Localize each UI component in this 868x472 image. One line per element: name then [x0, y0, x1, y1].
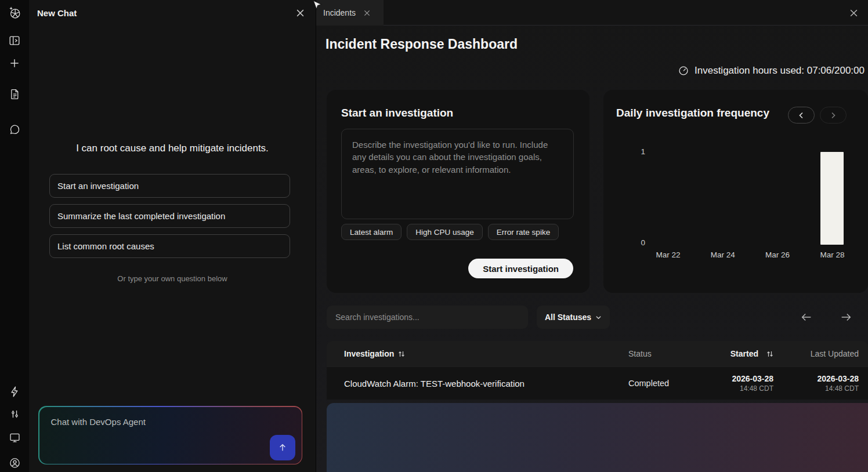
chart-slot — [791, 152, 819, 245]
investigation-hours: Investigation hours used: 07:06/200:00 — [678, 65, 865, 77]
row-status: Completed — [628, 379, 715, 388]
bottom-gradient-panel — [327, 403, 868, 472]
row-started-date: 2026-03-28 — [715, 374, 773, 383]
quick-prompt-chips: Latest alarm High CPU usage Error rate s… — [341, 224, 559, 240]
table-row[interactable]: CloudWatch Alarm: TEST-webhook-verificat… — [327, 366, 868, 400]
chart-prev-button[interactable] — [788, 107, 815, 124]
start-investigation-button[interactable]: Start investigation — [468, 259, 573, 278]
chat-input[interactable] — [39, 407, 302, 464]
chart-slot — [654, 152, 682, 245]
chat-input-container — [38, 406, 302, 464]
pagination-next-button[interactable] — [837, 309, 855, 325]
chart-nav — [788, 107, 847, 124]
panel-toggle-icon[interactable] — [5, 31, 24, 50]
tab-bar: Incidents — [316, 0, 868, 26]
chat-panel: New Chat I can root cause and help mitig… — [29, 0, 316, 472]
chip-latest-alarm[interactable]: Latest alarm — [341, 224, 402, 240]
arrow-left-icon — [800, 311, 813, 324]
icon-sidebar — [0, 0, 29, 472]
investigations-table: Investigation Status Started Last Update… — [327, 341, 868, 400]
suggestion-start-investigation[interactable]: Start an investigation — [49, 174, 290, 198]
chart-plot — [654, 152, 846, 245]
lightning-icon[interactable] — [5, 382, 24, 401]
document-icon[interactable] — [5, 85, 24, 103]
monitor-icon[interactable] — [5, 428, 24, 446]
chart-title: Daily investigation frequency — [616, 107, 769, 119]
row-updated-date: 2026-03-28 — [785, 374, 859, 383]
header-last-updated: Last Updated — [785, 349, 868, 358]
arrow-right-icon — [840, 311, 852, 324]
chip-high-cpu[interactable]: High CPU usage — [407, 224, 483, 240]
chart-slot — [709, 152, 736, 245]
chat-bubble-icon[interactable] — [5, 120, 24, 139]
row-started-time: 14:48 CDT — [715, 384, 773, 393]
tab-incidents[interactable]: Incidents — [316, 0, 384, 26]
pagination-prev-button[interactable] — [798, 309, 815, 325]
chat-title: New Chat — [37, 8, 77, 18]
header-status: Status — [628, 349, 715, 358]
chevron-left-icon — [798, 112, 805, 119]
app-window: New Chat I can root cause and help mitig… — [0, 0, 868, 472]
chart-x-tick: Mar 24 — [709, 250, 736, 259]
chart-slot — [682, 152, 709, 245]
tab-incidents-label: Incidents — [323, 8, 356, 17]
suggestion-summarize-last[interactable]: Summarize the last completed investigati… — [49, 204, 290, 228]
gauge-icon — [678, 65, 689, 77]
page-title: Incident Response Dashboard — [326, 37, 518, 52]
chart-bar — [820, 152, 844, 245]
chart-x-tick: Mar 28 — [819, 250, 846, 259]
chevron-right-icon — [830, 112, 837, 119]
sort-icon — [766, 350, 773, 358]
table-header-row: Investigation Status Started Last Update… — [327, 341, 868, 366]
status-filter-label: All Statuses — [545, 313, 591, 322]
chip-error-rate[interactable]: Error rate spike — [488, 224, 559, 240]
chat-header: New Chat — [29, 0, 316, 26]
chart-slot — [819, 152, 846, 245]
panel-close-icon[interactable] — [846, 5, 861, 20]
header-investigation[interactable]: Investigation — [327, 349, 628, 358]
chart-x-tick — [682, 250, 709, 259]
chart-x-tick: Mar 26 — [764, 250, 791, 259]
status-filter-dropdown[interactable]: All Statuses — [537, 306, 610, 329]
header-investigation-label: Investigation — [344, 349, 394, 358]
chart-y-tick-0: 0 — [632, 238, 645, 247]
tab-close-icon[interactable] — [361, 8, 372, 18]
row-started: 2026-03-28 14:48 CDT — [715, 374, 785, 393]
chart-next-button[interactable] — [820, 107, 847, 124]
start-investigation-card: Start an investigation Latest alarm High… — [327, 90, 589, 293]
row-last-updated: 2026-03-28 14:48 CDT — [785, 374, 868, 393]
sort-icon — [398, 350, 405, 358]
row-updated-time: 14:48 CDT — [785, 384, 859, 393]
investigation-description-input[interactable] — [341, 129, 574, 219]
chart-x-tick — [736, 250, 764, 259]
user-account-icon[interactable] — [5, 453, 24, 472]
chart-slot — [736, 152, 764, 245]
header-started[interactable]: Started — [715, 349, 785, 358]
chart-slot — [764, 152, 791, 245]
suggestion-root-causes[interactable]: List common root causes — [49, 234, 290, 258]
start-investigation-title: Start an investigation — [341, 107, 453, 119]
chat-input-surface — [39, 407, 302, 464]
chat-suggestions: Start an investigation Summarize the las… — [49, 174, 290, 264]
daily-frequency-card: Daily investigation frequency 1 0 Mar 22… — [603, 90, 868, 293]
arrow-up-icon — [277, 442, 288, 453]
new-chat-plus-icon[interactable] — [5, 54, 24, 72]
chart-x-tick: Mar 22 — [654, 250, 682, 259]
main-panel: Incidents Incident Response Dashboard In… — [316, 0, 868, 472]
investigation-hours-text: Investigation hours used: 07:06/200:00 — [695, 65, 865, 77]
chart-y-tick-1: 1 — [632, 147, 645, 156]
send-button[interactable] — [270, 435, 295, 460]
search-investigations-input[interactable] — [327, 306, 528, 329]
chat-intro-text: I can root cause and help mitigate incid… — [29, 143, 316, 154]
app-logo-icon[interactable] — [5, 3, 24, 22]
header-started-label: Started — [730, 349, 758, 358]
chat-close-icon[interactable] — [292, 5, 308, 20]
chart-x-labels: Mar 22Mar 24Mar 26Mar 28 — [654, 250, 846, 259]
chevron-down-icon — [595, 314, 602, 321]
chart-x-tick — [791, 250, 819, 259]
row-investigation-name: CloudWatch Alarm: TEST-webhook-verificat… — [327, 379, 628, 389]
chat-hint-text: Or type your own question below — [29, 274, 316, 283]
settings-sliders-icon[interactable] — [5, 405, 24, 423]
